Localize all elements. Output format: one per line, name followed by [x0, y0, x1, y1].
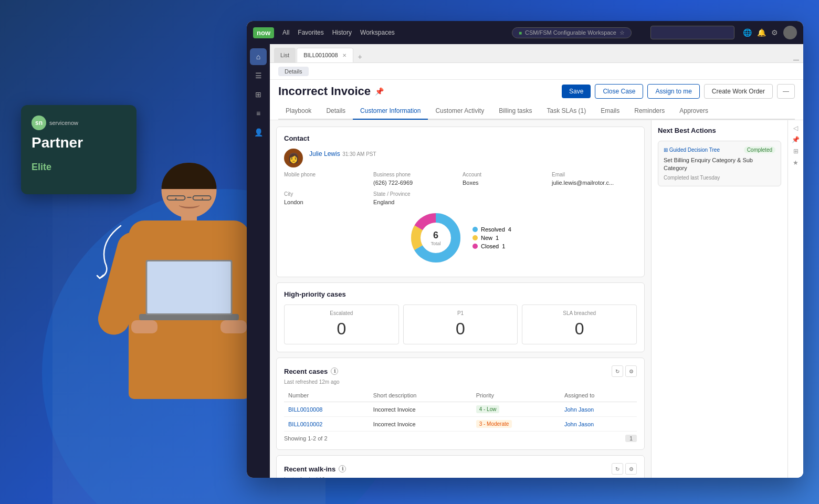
recent-walkins-settings-icon[interactable]: ⚙: [625, 463, 637, 475]
more-options-button[interactable]: —: [777, 84, 795, 99]
contact-section: 👩 Julie Lewis 31:30 AM PST: [284, 149, 637, 167]
header-actions: Save Close Case Assign to me Create Work…: [562, 84, 795, 99]
case-priority-1: 4 - Low: [476, 405, 500, 413]
contact-timestamp: 31:30 AM PST: [342, 151, 376, 157]
workspace-badge[interactable]: ■ CSM/FSM Configurable Workspace ☆: [512, 27, 632, 38]
recent-cases-settings-icon[interactable]: ⚙: [625, 365, 637, 377]
tab-overflow: —: [793, 56, 799, 62]
recent-cases-info-icon[interactable]: ℹ: [331, 368, 338, 375]
city-field: City London: [284, 191, 369, 206]
tab-close-icon[interactable]: ✕: [342, 52, 346, 58]
p1-label: P1: [409, 310, 512, 316]
pin-icon[interactable]: 📌: [375, 87, 384, 96]
recent-cases-header: Recent cases ℹ ↻ ⚙: [284, 365, 637, 377]
subtab-task-slas[interactable]: Task SLAs (1): [540, 103, 594, 120]
content-body: Contact 👩 Julie Lewis 31:30 AM PST: [270, 120, 803, 478]
sidebar-filter-icon[interactable]: ⊞: [793, 148, 799, 155]
right-column-section: High-priority cases Escalated 0 P1 0: [276, 282, 645, 478]
contact-name[interactable]: Julie Lewis: [309, 150, 340, 158]
email-label: Email: [552, 172, 637, 177]
showing-text: Showing 1-2 of 2: [284, 435, 328, 442]
case-assigned-1[interactable]: John Jason: [564, 406, 594, 413]
case-number-2[interactable]: BILL0010002: [288, 421, 322, 427]
recent-walkins-title: Recent walk-ins ℹ: [284, 465, 346, 473]
legend-new-dot: [472, 235, 478, 240]
tab-add-button[interactable]: +: [354, 51, 366, 62]
mobile-phone-label: Mobile phone: [284, 172, 369, 177]
person-icon[interactable]: 👤: [250, 124, 267, 141]
bell-icon[interactable]: 🔔: [757, 28, 766, 37]
tab-list[interactable]: List: [274, 48, 296, 62]
recent-walkins-actions: ↻ ⚙: [612, 463, 637, 475]
menu-icon[interactable]: ☰: [250, 67, 267, 84]
case-desc-2: Incorrect Invoice: [369, 417, 472, 432]
sla-label: SLA breached: [528, 310, 631, 316]
nav-workspaces[interactable]: Workspaces: [360, 29, 395, 36]
global-search[interactable]: [650, 26, 734, 39]
recent-cases-title: Recent cases ℹ: [284, 368, 338, 375]
grid-icon[interactable]: ⊞: [250, 86, 267, 103]
contact-title: Contact: [284, 134, 637, 142]
business-phone-value: (626) 722-6969: [373, 180, 413, 186]
nav-icons: 🌐 🔔 ⚙: [743, 26, 797, 39]
recent-walkins-refresh-icon[interactable]: ↻: [612, 463, 623, 475]
subtab-billing-tasks[interactable]: Billing tasks: [491, 103, 539, 120]
table-footer: Showing 1-2 of 2 1: [284, 432, 637, 442]
details-subtab[interactable]: Details: [278, 67, 309, 76]
subtab-customer-information[interactable]: Customer Information: [353, 103, 428, 120]
state-value: England: [373, 199, 394, 205]
subtab-playbook[interactable]: Playbook: [278, 103, 319, 120]
donut-chart: 6 Total: [410, 212, 462, 264]
nav-all[interactable]: All: [282, 29, 289, 36]
next-best-actions-panel: Next Best Actions ⊞ Guided Decision Tree…: [651, 120, 788, 478]
nba-item-header: ⊞ Guided Decision Tree Completed: [664, 146, 775, 153]
list-icon[interactable]: ≡: [250, 105, 267, 122]
home-icon[interactable]: ⌂: [250, 48, 267, 65]
col-priority: Priority: [472, 389, 560, 402]
recent-cases-refresh-icon[interactable]: ↻: [612, 365, 623, 377]
col-description: Short description: [369, 389, 472, 402]
globe-icon[interactable]: 🌐: [743, 28, 752, 37]
contact-card: Contact 👩 Julie Lewis 31:30 AM PST: [276, 127, 645, 277]
sla-value: 0: [528, 319, 631, 339]
main-content: List BILL0010008 ✕ + — Details I: [270, 44, 803, 478]
nav-favorites[interactable]: Favorites: [298, 29, 323, 36]
subtab-approvers[interactable]: Approvers: [672, 103, 716, 120]
nba-type[interactable]: ⊞ Guided Decision Tree: [664, 147, 720, 153]
save-button[interactable]: Save: [562, 85, 591, 98]
subtab-details[interactable]: Details: [319, 103, 353, 120]
subtab-reminders[interactable]: Reminders: [627, 103, 672, 120]
priority-p1: P1 0: [403, 304, 518, 344]
recent-walkins-meta: Last refreshed 12m ago: [284, 477, 637, 478]
settings-icon[interactable]: ⚙: [771, 28, 778, 37]
nba-description: Set Billing Enquiry Category & Sub Categ…: [664, 156, 775, 173]
sn-logo-icon: sn: [32, 116, 46, 130]
table-row: BILL0010002 Incorrect Invoice 3 - Modera…: [284, 417, 637, 432]
subtab-emails[interactable]: Emails: [593, 103, 627, 120]
record-title-text: Incorrect Invoice: [278, 85, 371, 98]
p1-value: 0: [409, 319, 512, 339]
case-number-1[interactable]: BILL0010008: [288, 406, 322, 413]
chart-total-value: 6: [430, 230, 440, 241]
create-work-order-button[interactable]: Create Work Order: [704, 84, 773, 99]
assign-to-me-button[interactable]: Assign to me: [647, 84, 699, 99]
case-desc-1: Incorrect Invoice: [369, 402, 472, 417]
close-case-button[interactable]: Close Case: [595, 84, 643, 99]
high-priority-card: High-priority cases Escalated 0 P1 0: [276, 282, 645, 352]
left-sidebar: ⌂ ☰ ⊞ ≡ 👤: [247, 44, 270, 478]
case-assigned-2[interactable]: John Jason: [564, 421, 594, 427]
recent-walkins-info-icon[interactable]: ℹ: [339, 465, 346, 472]
account-value: Boxes: [463, 180, 479, 186]
case-priority-2: 3 - Moderate: [476, 420, 512, 428]
legend-closed: Closed 1: [472, 243, 511, 249]
tab-bill0010008[interactable]: BILL0010008 ✕: [297, 48, 353, 62]
sidebar-star-icon[interactable]: ★: [793, 159, 799, 166]
user-avatar[interactable]: [783, 26, 797, 39]
sidebar-pin-icon[interactable]: 📌: [792, 136, 800, 143]
sidebar-collapse-icon[interactable]: ◁: [793, 124, 798, 132]
recent-cases-table: Number Short description Priority Assign…: [284, 389, 637, 432]
city-label: City: [284, 191, 369, 197]
contact-avatar: 👩: [284, 149, 303, 167]
nav-history[interactable]: History: [332, 29, 352, 36]
subtab-customer-activity[interactable]: Customer Activity: [428, 103, 491, 120]
